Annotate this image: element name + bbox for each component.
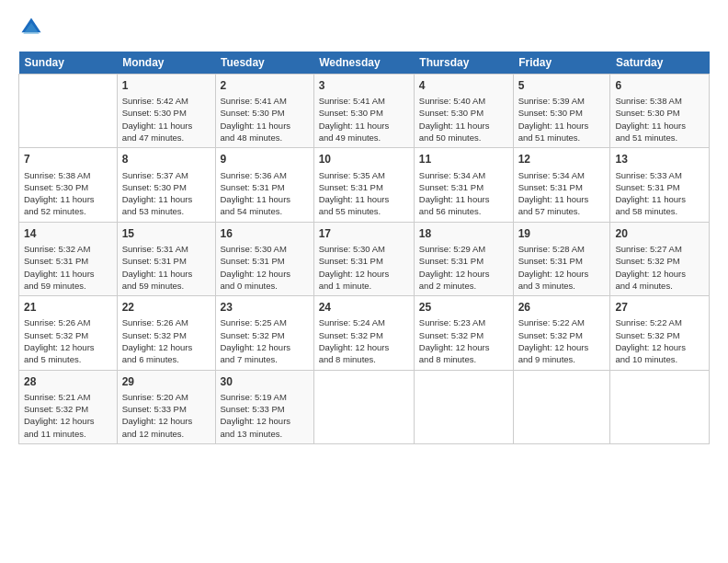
logo — [18, 15, 48, 40]
week-row-2: 7Sunrise: 5:38 AM Sunset: 5:30 PM Daylig… — [19, 148, 710, 222]
day-info: Sunrise: 5:41 AM Sunset: 5:30 PM Dayligh… — [319, 95, 409, 144]
header-cell-sunday: Sunday — [19, 52, 118, 75]
day-cell: 26Sunrise: 5:22 AM Sunset: 5:32 PM Dayli… — [513, 296, 610, 370]
day-number: 17 — [319, 226, 409, 241]
day-cell: 5Sunrise: 5:39 AM Sunset: 5:30 PM Daylig… — [513, 75, 610, 148]
day-cell — [414, 370, 513, 443]
day-cell: 2Sunrise: 5:41 AM Sunset: 5:30 PM Daylig… — [215, 75, 313, 148]
day-number: 5 — [518, 78, 606, 93]
day-number: 1 — [122, 78, 210, 93]
day-info: Sunrise: 5:31 AM Sunset: 5:31 PM Dayligh… — [122, 243, 210, 292]
day-info: Sunrise: 5:28 AM Sunset: 5:31 PM Dayligh… — [518, 243, 606, 292]
day-number: 14 — [24, 226, 112, 241]
day-cell: 19Sunrise: 5:28 AM Sunset: 5:31 PM Dayli… — [513, 222, 610, 295]
day-cell — [19, 75, 118, 148]
day-cell: 28Sunrise: 5:21 AM Sunset: 5:32 PM Dayli… — [19, 370, 118, 443]
day-info: Sunrise: 5:29 AM Sunset: 5:31 PM Dayligh… — [419, 243, 508, 292]
day-info: Sunrise: 5:41 AM Sunset: 5:30 PM Dayligh… — [221, 95, 309, 144]
day-cell: 18Sunrise: 5:29 AM Sunset: 5:31 PM Dayli… — [414, 222, 513, 295]
day-number: 10 — [319, 152, 409, 167]
day-number: 12 — [518, 152, 606, 167]
day-cell: 23Sunrise: 5:25 AM Sunset: 5:32 PM Dayli… — [215, 296, 313, 370]
day-cell: 16Sunrise: 5:30 AM Sunset: 5:31 PM Dayli… — [215, 222, 313, 295]
header-cell-thursday: Thursday — [414, 52, 513, 75]
day-number: 3 — [319, 78, 409, 93]
day-number: 9 — [221, 152, 309, 167]
day-cell: 24Sunrise: 5:24 AM Sunset: 5:32 PM Dayli… — [313, 296, 414, 370]
week-row-4: 21Sunrise: 5:26 AM Sunset: 5:32 PM Dayli… — [19, 296, 710, 370]
page-header — [18, 15, 710, 40]
logo-icon — [18, 15, 44, 40]
day-cell: 30Sunrise: 5:19 AM Sunset: 5:33 PM Dayli… — [215, 370, 313, 443]
day-info: Sunrise: 5:39 AM Sunset: 5:30 PM Dayligh… — [518, 95, 606, 144]
calendar-table: SundayMondayTuesdayWednesdayThursdayFrid… — [18, 52, 710, 444]
day-info: Sunrise: 5:42 AM Sunset: 5:30 PM Dayligh… — [122, 95, 210, 144]
day-number: 20 — [615, 226, 704, 241]
day-info: Sunrise: 5:27 AM Sunset: 5:32 PM Dayligh… — [615, 243, 704, 292]
header-cell-tuesday: Tuesday — [215, 52, 313, 75]
day-cell: 17Sunrise: 5:30 AM Sunset: 5:31 PM Dayli… — [313, 222, 414, 295]
day-cell — [610, 370, 710, 443]
header-row: SundayMondayTuesdayWednesdayThursdayFrid… — [19, 52, 710, 75]
day-number: 26 — [518, 300, 606, 315]
day-number: 21 — [24, 300, 112, 315]
day-info: Sunrise: 5:37 AM Sunset: 5:30 PM Dayligh… — [122, 169, 210, 218]
day-info: Sunrise: 5:30 AM Sunset: 5:31 PM Dayligh… — [319, 243, 409, 292]
calendar-body: 1Sunrise: 5:42 AM Sunset: 5:30 PM Daylig… — [19, 75, 710, 444]
day-info: Sunrise: 5:34 AM Sunset: 5:31 PM Dayligh… — [518, 169, 606, 218]
day-number: 15 — [122, 226, 210, 241]
page-container: SundayMondayTuesdayWednesdayThursdayFrid… — [0, 0, 728, 454]
day-cell: 12Sunrise: 5:34 AM Sunset: 5:31 PM Dayli… — [513, 148, 610, 222]
day-number: 22 — [122, 300, 210, 315]
day-cell — [513, 370, 610, 443]
header-cell-friday: Friday — [513, 52, 610, 75]
day-cell: 1Sunrise: 5:42 AM Sunset: 5:30 PM Daylig… — [117, 75, 215, 148]
day-info: Sunrise: 5:35 AM Sunset: 5:31 PM Dayligh… — [319, 169, 409, 218]
calendar-header: SundayMondayTuesdayWednesdayThursdayFrid… — [19, 52, 710, 75]
day-cell: 9Sunrise: 5:36 AM Sunset: 5:31 PM Daylig… — [215, 148, 313, 222]
day-number: 27 — [615, 300, 704, 315]
day-info: Sunrise: 5:20 AM Sunset: 5:33 PM Dayligh… — [122, 391, 210, 440]
day-number: 19 — [518, 226, 606, 241]
day-cell: 13Sunrise: 5:33 AM Sunset: 5:31 PM Dayli… — [610, 148, 710, 222]
day-number: 13 — [615, 152, 704, 167]
day-number: 16 — [221, 226, 309, 241]
day-cell: 21Sunrise: 5:26 AM Sunset: 5:32 PM Dayli… — [19, 296, 118, 370]
day-info: Sunrise: 5:26 AM Sunset: 5:32 PM Dayligh… — [122, 316, 210, 365]
header-cell-wednesday: Wednesday — [313, 52, 414, 75]
day-info: Sunrise: 5:26 AM Sunset: 5:32 PM Dayligh… — [24, 316, 112, 365]
day-number: 29 — [122, 374, 210, 389]
day-info: Sunrise: 5:21 AM Sunset: 5:32 PM Dayligh… — [24, 391, 112, 440]
day-info: Sunrise: 5:22 AM Sunset: 5:32 PM Dayligh… — [615, 316, 704, 365]
day-number: 11 — [419, 152, 508, 167]
day-number: 28 — [24, 374, 112, 389]
day-cell: 10Sunrise: 5:35 AM Sunset: 5:31 PM Dayli… — [313, 148, 414, 222]
day-cell — [313, 370, 414, 443]
day-info: Sunrise: 5:22 AM Sunset: 5:32 PM Dayligh… — [518, 316, 606, 365]
day-info: Sunrise: 5:33 AM Sunset: 5:31 PM Dayligh… — [615, 169, 704, 218]
day-info: Sunrise: 5:38 AM Sunset: 5:30 PM Dayligh… — [24, 169, 112, 218]
day-cell: 20Sunrise: 5:27 AM Sunset: 5:32 PM Dayli… — [610, 222, 710, 295]
day-number: 18 — [419, 226, 508, 241]
day-info: Sunrise: 5:30 AM Sunset: 5:31 PM Dayligh… — [221, 243, 309, 292]
day-info: Sunrise: 5:34 AM Sunset: 5:31 PM Dayligh… — [419, 169, 508, 218]
day-number: 7 — [24, 152, 112, 167]
day-info: Sunrise: 5:19 AM Sunset: 5:33 PM Dayligh… — [221, 391, 309, 440]
day-number: 4 — [419, 78, 508, 93]
day-cell: 25Sunrise: 5:23 AM Sunset: 5:32 PM Dayli… — [414, 296, 513, 370]
day-cell: 27Sunrise: 5:22 AM Sunset: 5:32 PM Dayli… — [610, 296, 710, 370]
day-number: 24 — [319, 300, 409, 315]
day-number: 8 — [122, 152, 210, 167]
day-number: 2 — [221, 78, 309, 93]
day-info: Sunrise: 5:25 AM Sunset: 5:32 PM Dayligh… — [221, 316, 309, 365]
day-number: 6 — [615, 78, 704, 93]
day-cell: 29Sunrise: 5:20 AM Sunset: 5:33 PM Dayli… — [117, 370, 215, 443]
day-cell: 14Sunrise: 5:32 AM Sunset: 5:31 PM Dayli… — [19, 222, 118, 295]
day-cell: 8Sunrise: 5:37 AM Sunset: 5:30 PM Daylig… — [117, 148, 215, 222]
header-cell-monday: Monday — [117, 52, 215, 75]
header-cell-saturday: Saturday — [610, 52, 710, 75]
week-row-3: 14Sunrise: 5:32 AM Sunset: 5:31 PM Dayli… — [19, 222, 710, 295]
day-info: Sunrise: 5:40 AM Sunset: 5:30 PM Dayligh… — [419, 95, 508, 144]
week-row-1: 1Sunrise: 5:42 AM Sunset: 5:30 PM Daylig… — [19, 75, 710, 148]
day-number: 25 — [419, 300, 508, 315]
